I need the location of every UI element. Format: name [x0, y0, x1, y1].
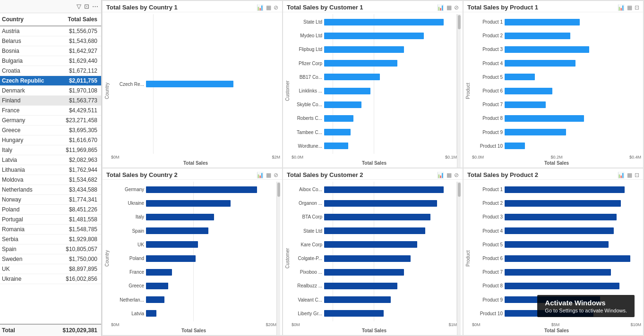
bar-track [146, 255, 276, 262]
bar-track [146, 200, 276, 207]
more-icon[interactable]: ⋯ [92, 3, 98, 10]
x-axis-area: $0.0M$0.2M$0.4M Total Sales [472, 154, 641, 168]
table-row[interactable]: Finland $1,563,773 [0, 96, 101, 106]
bar-fill [146, 283, 168, 289]
chart-icons: 📊 ▦ ⊘ [437, 172, 459, 178]
table-row[interactable]: Netherlands $3,434,588 [0, 185, 101, 195]
no-icon[interactable]: ⊘ [454, 172, 459, 178]
bar-fill [146, 81, 233, 87]
table-row[interactable]: Lithuania $1,762,944 [0, 165, 101, 175]
main-container: ▽ ⊡ ⋯ Country Total Sales Austria $1,556… [0, 0, 644, 336]
bar-fill [324, 241, 417, 248]
bar-fill [324, 74, 380, 80]
table-row[interactable]: UK $8,897,895 [0, 264, 101, 274]
table-row[interactable]: Serbia $1,929,808 [0, 235, 101, 244]
bar-row: Czech Re... [111, 80, 280, 88]
table-row[interactable]: Bosnia $1,642,927 [0, 46, 101, 56]
bar-track [505, 19, 641, 25]
bar-chart-icon[interactable]: 📊 [437, 172, 444, 178]
no-icon[interactable]: ⊘ [274, 172, 278, 178]
bar-fill [324, 214, 430, 220]
table-row[interactable]: Belarus $1,543,680 [0, 36, 101, 46]
x-ticks: $0M$2M [111, 154, 280, 160]
bar-label: Product 2 [472, 201, 503, 206]
table-body[interactable]: Austria $1,556,075Belarus $1,543,680Bosn… [0, 26, 101, 324]
table-row[interactable]: Spain $10,805,057 [0, 244, 101, 254]
bar-row: Skyble Co... [292, 101, 457, 109]
bar-track [324, 241, 457, 248]
x-tick: $0M [472, 322, 481, 327]
table-row[interactable]: Sweden $1,750,000 [0, 254, 101, 264]
bar-label: Germany [111, 187, 144, 192]
bar-row: Product 6 [472, 254, 641, 263]
bar-chart-icon[interactable]: 📊 [618, 4, 625, 11]
row-country: Bulgaria [2, 58, 69, 64]
row-sales: $1,929,808 [69, 236, 99, 243]
table-row[interactable]: Croatia $1,672,112 [0, 66, 101, 76]
table-icon[interactable]: ▦ [266, 172, 271, 178]
expand-icon[interactable]: ⊡ [635, 4, 639, 11]
bar-track [324, 200, 457, 207]
table-row[interactable]: Portugal $1,481,558 [0, 215, 101, 225]
table-row[interactable]: Italy $11,969,865 [0, 145, 101, 155]
bar-fill [324, 115, 353, 122]
table-row[interactable]: Greece $3,695,305 [0, 126, 101, 135]
table-row[interactable]: Poland $8,451,226 [0, 205, 101, 215]
table-icon[interactable]: ▦ [266, 4, 271, 11]
table-row[interactable]: Germany $23,271,458 [0, 116, 101, 126]
no-icon[interactable]: ⊘ [454, 4, 459, 11]
y-axis-label: Product [464, 182, 472, 335]
table-row[interactable]: Hungary $1,616,670 [0, 135, 101, 145]
table-row[interactable]: Moldova $1,534,682 [0, 175, 101, 185]
scroll-indicator[interactable] [457, 182, 461, 335]
row-sales: $1,629,440 [69, 58, 99, 64]
bar-row: Product 7 [472, 268, 641, 277]
x-tick: $0.1M [445, 155, 457, 160]
table-row[interactable]: Norway $1,774,341 [0, 195, 101, 205]
expand-icon[interactable]: ⊡ [635, 172, 639, 178]
row-sales: $3,695,305 [69, 127, 99, 134]
scroll-indicator[interactable] [276, 182, 280, 335]
table-row[interactable]: France $4,429,511 [0, 106, 101, 116]
table-row[interactable]: Denmark $1,970,108 [0, 86, 101, 96]
filter-icon[interactable]: ▽ [77, 3, 81, 10]
bar-chart-icon[interactable]: 📊 [257, 172, 264, 178]
bar-chart-icon[interactable]: 📊 [618, 172, 625, 178]
bar-label: Roberts C... [292, 116, 322, 121]
bar-row: Wordtune... [292, 142, 457, 150]
bar-fill [146, 241, 198, 248]
table-icon[interactable]: ▦ [627, 4, 632, 11]
row-country: Denmark [2, 87, 69, 94]
bar-chart-icon[interactable]: 📊 [437, 4, 444, 11]
bar-fill [324, 46, 404, 53]
bar-fill [505, 129, 566, 135]
bar-row: Product 7 [472, 101, 641, 109]
no-icon[interactable]: ⊘ [274, 4, 278, 11]
bar-row: Roberts C... [292, 114, 457, 123]
table-row[interactable]: Czech Republic $2,011,755 [0, 76, 101, 86]
table-icon[interactable]: ▦ [627, 172, 632, 178]
bar-fill [505, 143, 525, 149]
scroll-indicator[interactable] [457, 14, 461, 168]
table-row[interactable]: Bulgaria $1,629,440 [0, 56, 101, 66]
bar-row: Liberty Gr... [292, 309, 457, 318]
table-icon[interactable]: ▦ [447, 172, 452, 178]
bar-row: Kare Corp [292, 240, 457, 249]
table-icon[interactable]: ▦ [447, 4, 452, 11]
bar-fill [505, 200, 621, 207]
row-sales: $1,543,680 [69, 38, 99, 44]
expand-icon[interactable]: ⊡ [84, 3, 89, 10]
table-row[interactable]: Ukraine $16,002,856 [0, 274, 101, 284]
row-sales: $10,805,057 [66, 246, 99, 252]
chart-body: Customer Aibox Co... Organon ... BTA Cor… [283, 180, 463, 335]
x-ticks: $0M$20M [111, 321, 276, 328]
bar-row: Product 4 [472, 59, 641, 67]
table-row[interactable]: Latvia $2,082,963 [0, 155, 101, 165]
bars-area: Aibox Co... Organon ... BTA Corp State L… [292, 182, 457, 321]
chart-title: Total Sales by Customer 2 [287, 171, 363, 178]
table-row[interactable]: Austria $1,556,075 [0, 26, 101, 36]
table-row[interactable]: Romania $1,548,785 [0, 225, 101, 235]
row-country: Croatia [2, 67, 69, 74]
bar-chart-icon[interactable]: 📊 [257, 4, 264, 11]
bar-track [324, 143, 457, 149]
